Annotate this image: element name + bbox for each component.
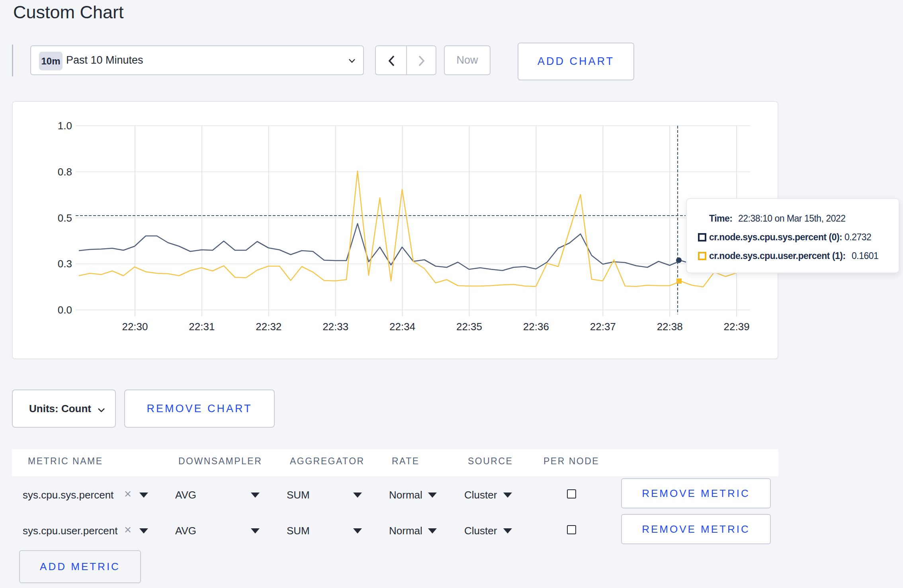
svg-text:22:35: 22:35 [456, 321, 482, 333]
svg-text:1.0: 1.0 [58, 120, 72, 132]
svg-text:22:38: 22:38 [657, 321, 683, 333]
svg-text:0.8: 0.8 [58, 166, 72, 178]
svg-text:22:39: 22:39 [724, 321, 750, 333]
svg-text:22:32: 22:32 [256, 321, 281, 333]
svg-text:0.3: 0.3 [58, 258, 72, 270]
svg-text:0.5: 0.5 [58, 212, 72, 224]
svg-text:22:31: 22:31 [189, 321, 215, 333]
svg-text:22:37: 22:37 [590, 321, 616, 333]
svg-text:22:36: 22:36 [523, 321, 549, 333]
svg-text:0.0: 0.0 [58, 304, 72, 316]
svg-text:22:33: 22:33 [322, 321, 348, 333]
svg-text:22:34: 22:34 [389, 321, 415, 333]
svg-text:22:30: 22:30 [122, 321, 148, 333]
